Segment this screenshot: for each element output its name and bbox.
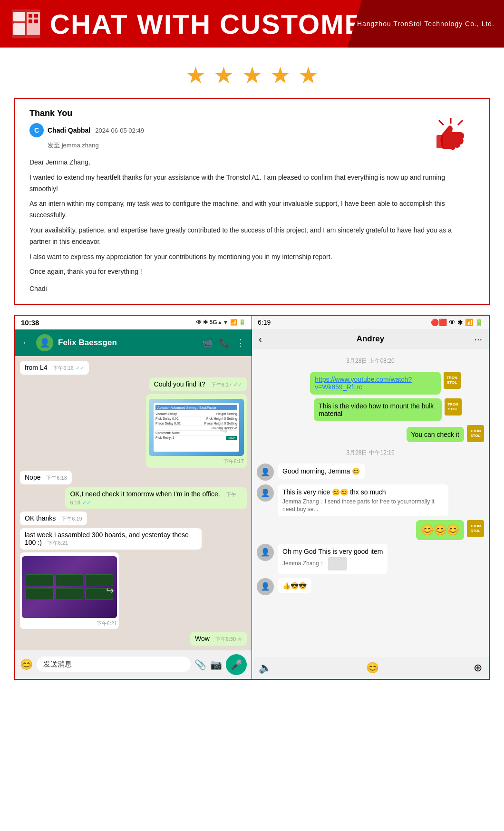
chat-panels: 10:38 👁 ✱ 5G▲▼ 📶 🔋 ← 👤 Felix Baessgen 📹 … bbox=[14, 315, 490, 680]
svg-rect-7 bbox=[34, 19, 38, 23]
wc-msg-nice: This is very nice 😊😊 thx so much Jemma Z… bbox=[278, 484, 448, 516]
rating-stars: ★ ★ ★ ★ ★ bbox=[0, 48, 504, 98]
voice-call-icon[interactable]: 📞 bbox=[219, 338, 230, 348]
emoji-button[interactable]: 😊 bbox=[20, 658, 33, 671]
wa-msg-screenshot: Actuator Advanced Setting / BackFauda Va… bbox=[146, 394, 247, 468]
more-options-icon[interactable]: ⋮ bbox=[236, 338, 245, 348]
wa-msg-boards-text: last week i assambled 300 boards, and ye… bbox=[20, 528, 202, 550]
wa-contact-name: Felix Baessgen bbox=[58, 338, 197, 348]
wc-msg-emoji-row: 😊😊😊 TRONSTOL bbox=[416, 520, 484, 540]
wa-status-bar: 10:38 👁 ✱ 5G▲▼ 📶 🔋 bbox=[15, 316, 252, 329]
email-date: 2024-06-05 02:49 bbox=[95, 127, 144, 134]
wc-msg-thumbs-row: 👤 👍😎😎 bbox=[257, 578, 484, 595]
wc-status-icons: 🔴🟥 👁 ✱ 📶 🔋 bbox=[431, 319, 483, 326]
star-5: ★ bbox=[298, 63, 319, 88]
wc-msg-video: This is the video how to mount the bulk … bbox=[314, 398, 441, 421]
wc-chat-header: ‹ Andrey ··· bbox=[252, 329, 489, 349]
tron-logo-2: TRONSTOL bbox=[445, 398, 462, 416]
wc-contact-name: Andrey bbox=[267, 334, 475, 344]
wc-msg-check: You can check it bbox=[407, 427, 464, 442]
header-company-area: Hangzhou TronStol Technology Co., Ltd. bbox=[348, 0, 504, 48]
attach-icon[interactable]: 📎 bbox=[194, 659, 206, 670]
email-sign: Chadi bbox=[29, 283, 475, 295]
wc-emoji-icon[interactable]: 😊 bbox=[366, 662, 379, 674]
svg-rect-5 bbox=[34, 14, 38, 18]
wc-msg-emoji: 😊😊😊 bbox=[416, 520, 464, 540]
body-line6: Once again, thank you for everything ! bbox=[29, 266, 475, 278]
screenshot-image: Actuator Advanced Setting / BackFauda Va… bbox=[149, 399, 244, 456]
wc-time: 6:19 bbox=[258, 319, 271, 326]
wc-check-text: You can check it bbox=[411, 431, 459, 438]
email-body: Dear Jemma Zhang, I wanted to extend my … bbox=[29, 157, 475, 295]
svg-rect-4 bbox=[29, 14, 32, 18]
wa-input-bar: 😊 📎 📷 🎤 bbox=[15, 650, 252, 679]
page-header: CHAT WITH CUSTOMERS Hangzhou TronStol Te… bbox=[0, 0, 504, 48]
company-name: Hangzhou TronStol Technology Co., Ltd. bbox=[357, 20, 494, 28]
body-line2: I wanted to extend my heartfelt thanks f… bbox=[29, 172, 475, 195]
star-2: ★ bbox=[213, 63, 234, 88]
wa-msg-ok-thanks: OK thanks 下午6:19 bbox=[20, 512, 87, 525]
boards-photo bbox=[22, 556, 117, 618]
whatsapp-chat-panel: 10:38 👁 ✱ 5G▲▼ 📶 🔋 ← 👤 Felix Baessgen 📹 … bbox=[15, 316, 252, 679]
wa-status-icons: 👁 ✱ 5G▲▼ 📶 🔋 bbox=[196, 319, 246, 326]
wc-msg-link-row: https://www.youtube.com/watch?v=Wk859_Rf… bbox=[310, 372, 484, 395]
email-to: 发至 jemma.zhang bbox=[48, 141, 475, 150]
thumbs-up-icon bbox=[432, 118, 470, 156]
email-sender-row: C Chadi Qabbal 2024-06-05 02:49 bbox=[29, 123, 475, 137]
star-1: ★ bbox=[185, 63, 206, 88]
wc-msg-god: Oh my God This is very good item Jemma Z… bbox=[278, 544, 388, 574]
reply-icon-boards[interactable]: ↪ bbox=[106, 585, 114, 596]
wa-msg-wow: Wow 下午6:30 ≋ bbox=[190, 632, 247, 646]
sender-name: Chadi Qabbal bbox=[48, 126, 90, 134]
back-arrow-icon[interactable]: ← bbox=[22, 337, 31, 348]
wc-msg-check-row: You can check it TRONSTOL bbox=[407, 425, 484, 442]
wc-back-arrow-icon[interactable]: ‹ bbox=[259, 334, 262, 345]
wc-voice-icon[interactable]: 🔈 bbox=[259, 662, 271, 674]
wc-user-avatar-3: 👤 bbox=[257, 544, 274, 561]
youtube-link[interactable]: https://www.youtube.com/watch?v=Wk859_Rf… bbox=[315, 376, 436, 391]
wc-date-divider-1: 3月28日 上午08:20 bbox=[257, 357, 484, 365]
wc-msg-video-row: This is the video how to mount the bulk … bbox=[314, 398, 484, 421]
body-line1: Dear Jemma Zhang, bbox=[29, 157, 475, 168]
tron-logo-4: TRONSTOL bbox=[467, 520, 484, 537]
wc-input-bar: 🔈 😊 ⊕ bbox=[252, 657, 489, 679]
product-thumbnail bbox=[328, 557, 347, 570]
wc-msg-thumbs: 👍😎😎 bbox=[278, 578, 311, 593]
wc-jemma-reply-1: Jemma Zhang：I send those parts for free … bbox=[282, 498, 444, 512]
email-card: Thank You C Chadi Qabbal 2024-06-05 02:4… bbox=[14, 98, 490, 305]
body-line5: I also want to express my appreciation f… bbox=[29, 251, 475, 263]
company-logo bbox=[10, 7, 43, 40]
wa-time: 10:38 bbox=[21, 319, 39, 327]
wc-more-options-icon[interactable]: ··· bbox=[474, 334, 482, 345]
star-4: ★ bbox=[270, 63, 291, 88]
wa-header-icons: 📹 📞 ⋮ bbox=[202, 338, 245, 348]
wc-msg-god-row: 👤 Oh my God This is very good item Jemma… bbox=[257, 544, 484, 574]
video-call-icon[interactable]: 📹 bbox=[202, 338, 213, 348]
reply-icon[interactable]: ↪ bbox=[220, 425, 228, 436]
wc-video-text: This is the video how to mount the bulk … bbox=[319, 402, 436, 417]
svg-rect-11 bbox=[436, 135, 443, 148]
wa-chat-header: ← 👤 Felix Baessgen 📹 📞 ⋮ bbox=[15, 329, 252, 356]
camera-icon[interactable]: 📷 bbox=[210, 659, 222, 670]
wc-msg-nice-row: 👤 This is very nice 😊😊 thx so much Jemma… bbox=[257, 484, 484, 516]
svg-rect-6 bbox=[29, 19, 32, 23]
mic-button[interactable]: 🎤 bbox=[226, 654, 247, 675]
body-line3: As an intern within my company, my task … bbox=[29, 198, 475, 221]
wa-msg-check-tomorrow: OK,I need check it tomorrow when I'm in … bbox=[65, 487, 247, 509]
sender-avatar: C bbox=[29, 123, 44, 137]
wa-msg-find-it: Could you find it? 下午6:17 ✓✓ bbox=[149, 377, 247, 391]
wa-msg-nope: Nope 下午6:18 bbox=[20, 471, 72, 484]
wc-msg-gm-row: 👤 Good morning, Jemma 😊 bbox=[257, 464, 484, 481]
svg-line-8 bbox=[439, 120, 444, 125]
svg-rect-1 bbox=[13, 12, 25, 21]
wc-user-avatar-1: 👤 bbox=[257, 464, 274, 481]
wa-message-input[interactable] bbox=[37, 657, 191, 672]
svg-line-10 bbox=[458, 120, 463, 125]
tron-logo-3: TRONSTOL bbox=[467, 425, 484, 442]
wc-add-icon[interactable]: ⊕ bbox=[474, 662, 482, 674]
wa-msg-from-l4: from L4 下午6:16 ✓✓ bbox=[20, 361, 89, 375]
wc-jemma-reply-2: Jemma Zhang： bbox=[282, 557, 383, 570]
body-line4: Your availability, patience, and experti… bbox=[29, 225, 475, 248]
header-title: CHAT WITH CUSTOMERS bbox=[50, 8, 404, 40]
wechat-chat-panel: 6:19 🔴🟥 👁 ✱ 📶 🔋 ‹ Andrey ··· 3月28日 上午08:… bbox=[252, 316, 489, 679]
